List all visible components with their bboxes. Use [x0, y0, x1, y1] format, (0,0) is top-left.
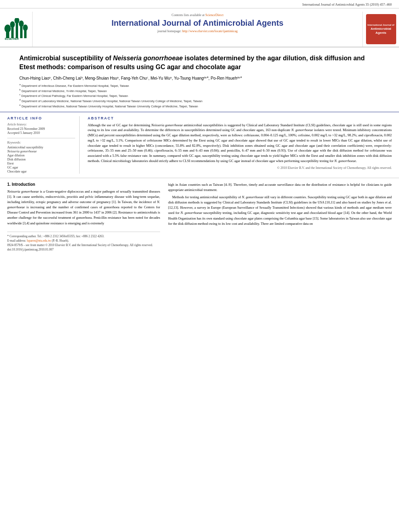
intro-body-left: Neisseria gonorrhoeae is a Gram-negative… — [7, 189, 160, 226]
journal-citation: International Journal of Antimicrobial A… — [302, 2, 392, 6]
keyword-2: Neisseria gonorrhoeae — [7, 150, 75, 153]
journal-info-center: Contents lists available at ScienceDirec… — [32, 12, 363, 47]
body-section: 1. Introduction Neisseria gonorrhoeae is… — [0, 178, 399, 256]
svg-point-9 — [23, 25, 28, 31]
journal-title: International Journal of Antimicrobial A… — [37, 18, 358, 28]
keyword-4: Disk diffusion — [7, 158, 75, 161]
elsevier-logo-icon: ELSEVIER — [4, 18, 28, 40]
affil-line-4: d Department of Laboratory Medicine, Nat… — [19, 98, 380, 103]
journal-badge-area: International Journal of AntimicrobialAg… — [363, 12, 399, 47]
body-right-col: high in Asian countries such as Taiwan [… — [168, 182, 392, 252]
abstract-body: Although the use of GC agar for determin… — [88, 123, 392, 164]
svg-rect-4 — [16, 22, 18, 38]
sciencedirect-link[interactable]: ScienceDirect — [206, 13, 224, 17]
homepage-url[interactable]: http://www.elsevier.com/locate/ijantimic… — [182, 29, 238, 33]
keyword-7: Chocolate agar — [7, 170, 75, 173]
footnotes: * Corresponding author. Tel.: +886 2 231… — [7, 232, 160, 252]
affil-line-3: c Department of Clinical Pathology, Far … — [19, 93, 380, 98]
article-title-section: Antimicrobial susceptibility of Neisseri… — [0, 47, 399, 112]
abstract-heading: ABSTRACT — [88, 116, 392, 120]
keyword-6: GC agar — [7, 166, 75, 169]
accepted-date: Accepted 5 January 2010 — [7, 131, 75, 135]
article-history: Article history: Received 23 November 20… — [7, 123, 75, 135]
article-main-title: Antimicrobial susceptibility of Neisseri… — [19, 54, 380, 72]
affil-line-5: e Department of Internal Medicine, Natio… — [19, 103, 380, 109]
keywords-section: Keywords: Antimicrobial susceptibility N… — [7, 141, 75, 173]
svg-rect-2 — [11, 26, 14, 38]
svg-point-7 — [19, 21, 24, 27]
footnote-email: E-mail address: lsparen@ntu.edu.tw (P.-R… — [7, 238, 160, 243]
footnote-doi: doi:10.1016/j.ijantimicag.2010.01.007 — [7, 247, 160, 252]
keyword-5: Etest — [7, 162, 75, 165]
journal-header: ELSEVIER Contents lists available at Sci… — [0, 8, 399, 47]
copyright: © 2010 Elsevier B.V. and the Internation… — [88, 166, 392, 170]
keyword-3: Agar dilution — [7, 154, 75, 157]
svg-rect-6 — [20, 25, 23, 38]
journal-homepage: journal homepage: http://www.elsevier.co… — [37, 29, 358, 33]
received-date: Received 23 November 2009 — [7, 127, 75, 131]
article-info-col: ARTICLE INFO Article history: Received 2… — [7, 116, 80, 174]
svg-point-5 — [14, 18, 19, 24]
introduction-title: 1. Introduction — [7, 182, 160, 187]
svg-point-1 — [4, 25, 11, 33]
affil-line-1: a Department of Infectious Disease, Far … — [19, 83, 380, 88]
affil-line-2: b Department of Internal Medicine, Yi-Mi… — [19, 88, 380, 93]
body-left-col: 1. Introduction Neisseria gonorrhoeae is… — [7, 182, 160, 252]
intro-right-para-2: Methods for testing antimicrobial suscep… — [168, 195, 392, 226]
abstract-text-content: Although the use of GC agar for determin… — [88, 123, 392, 163]
svg-text:ELSEVIER: ELSEVIER — [5, 37, 19, 40]
journal-badge: International Journal of AntimicrobialAg… — [366, 14, 396, 44]
article-info-abstract-section: ARTICLE INFO Article history: Received 2… — [0, 112, 399, 178]
abstract-col: ABSTRACT Although the use of GC agar for… — [88, 116, 392, 174]
elsevier-logo-area: ELSEVIER — [0, 12, 32, 47]
contents-available: Contents lists available at ScienceDirec… — [37, 13, 358, 17]
keywords-label: Keywords: — [7, 141, 75, 144]
history-label: Article history: — [7, 123, 75, 126]
footnote-issn: 0924-8579/$ – see front matter © 2010 El… — [7, 243, 160, 247]
article-info-heading: ARTICLE INFO — [7, 116, 75, 120]
svg-point-3 — [10, 21, 15, 28]
authors-list: Chun-Hsing Liaoᵃ, Chih-Cheng Laiᵇ, Meng-… — [19, 76, 380, 80]
intro-body-right: high in Asian countries such as Taiwan [… — [168, 182, 392, 226]
footnote-corresponding: * Corresponding author. Tel.: +886 2 231… — [7, 234, 160, 238]
divider — [7, 138, 75, 138]
page: International Journal of Antimicrobial A… — [0, 0, 399, 256]
keyword-1: Antimicrobial susceptibility — [7, 146, 75, 149]
email-link[interactable]: lsparen@ntu.edu.tw — [27, 239, 51, 242]
intro-para-1: Neisseria gonorrhoeae is a Gram-negative… — [7, 189, 160, 226]
journal-meta: International Journal of Antimicrobial A… — [0, 0, 399, 8]
affiliations-block: a Department of Infectious Disease, Far … — [19, 83, 380, 109]
intro-right-para-1: high in Asian countries such as Taiwan [… — [168, 182, 392, 193]
